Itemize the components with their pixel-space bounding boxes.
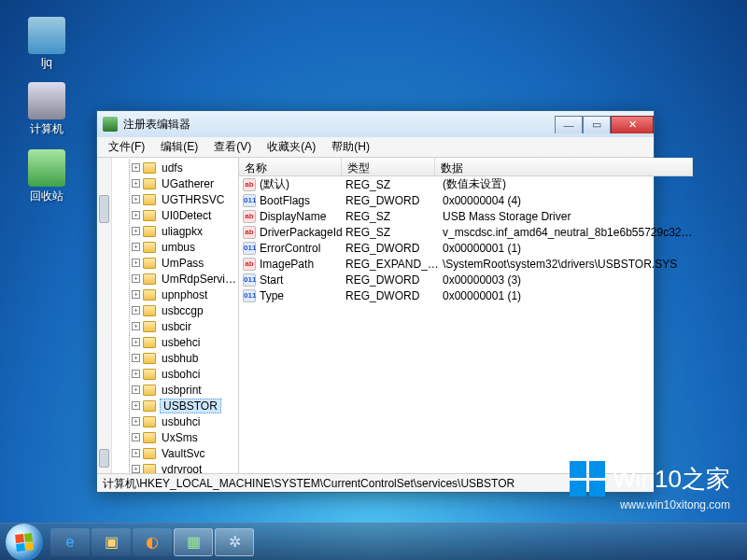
tree-item-label: udfs bbox=[160, 161, 185, 175]
value-row[interactable]: 011TypeREG_DWORD0x00000001 (1) bbox=[239, 287, 693, 303]
taskbar-regedit[interactable]: ▦ bbox=[174, 528, 213, 556]
tree-item[interactable]: +umbus bbox=[132, 239, 238, 255]
expand-icon[interactable]: + bbox=[132, 259, 140, 267]
string-value-icon: ab bbox=[243, 226, 256, 239]
tree-item[interactable]: +usbhub bbox=[132, 350, 238, 366]
tree-item-label: upnphost bbox=[160, 288, 209, 301]
tree-item[interactable]: +UxSms bbox=[132, 429, 238, 445]
expand-icon[interactable]: + bbox=[132, 417, 140, 426]
value-type: REG_DWORD bbox=[345, 194, 439, 207]
expand-icon[interactable]: + bbox=[132, 290, 140, 299]
expand-icon[interactable]: + bbox=[132, 306, 140, 315]
expand-icon[interactable]: + bbox=[132, 227, 140, 235]
tree-item[interactable]: +UmRdpServi… bbox=[132, 271, 238, 287]
registry-editor-window: 注册表编辑器 — ▭ ✕ 文件(F) 编辑(E) 查看(V) 收藏夹(A) 帮助… bbox=[96, 110, 655, 493]
expand-icon[interactable]: + bbox=[132, 370, 140, 378]
expand-icon[interactable]: + bbox=[132, 211, 140, 219]
value-data: (数值未设置) bbox=[439, 176, 693, 192]
expand-icon[interactable]: + bbox=[132, 322, 140, 330]
tree-item[interactable]: +UGTHRSVC bbox=[132, 191, 238, 207]
taskbar-explorer[interactable]: ▣ bbox=[92, 528, 131, 556]
folder-icon bbox=[143, 369, 156, 380]
menu-help[interactable]: 帮助(H) bbox=[324, 137, 377, 157]
tree-item[interactable]: +VaultSvc bbox=[132, 445, 238, 461]
value-list[interactable]: ab(默认)REG_SZ(数值未设置)011BootFlagsREG_DWORD… bbox=[239, 176, 693, 473]
scrollbar-thumb[interactable] bbox=[99, 195, 109, 223]
tree-item[interactable]: +usbcir bbox=[132, 318, 238, 334]
value-row[interactable]: 011ErrorControlREG_DWORD0x00000001 (1) bbox=[239, 240, 693, 256]
expand-icon[interactable]: + bbox=[132, 243, 140, 251]
tree-item[interactable]: +USBSTOR bbox=[132, 398, 238, 413]
expand-icon[interactable]: + bbox=[132, 338, 140, 346]
maximize-button[interactable]: ▭ bbox=[583, 116, 611, 133]
value-name: ImagePath bbox=[260, 258, 345, 271]
tree-item[interactable]: +UGatherer bbox=[132, 175, 238, 191]
desktop-icon-user[interactable]: ljq bbox=[19, 17, 75, 69]
expand-icon[interactable]: + bbox=[132, 179, 140, 188]
expand-icon[interactable]: + bbox=[132, 449, 140, 457]
left-scrollbar[interactable] bbox=[97, 158, 112, 473]
folder-icon bbox=[143, 242, 156, 253]
tree-item-label: usbuhci bbox=[160, 415, 202, 428]
menu-file[interactable]: 文件(F) bbox=[101, 137, 152, 157]
taskbar-ie[interactable]: e bbox=[50, 528, 90, 556]
dword-value-icon: 011 bbox=[243, 194, 256, 207]
tree-item-label: usbhub bbox=[160, 352, 200, 365]
column-type[interactable]: 类型 bbox=[342, 158, 435, 175]
value-row[interactable]: abDriverPackageIdREG_SZv_mscdsc.inf_amd6… bbox=[239, 224, 693, 240]
value-type: REG_SZ bbox=[345, 210, 439, 223]
column-name[interactable]: 名称 bbox=[239, 158, 342, 175]
scrollbar-thumb[interactable] bbox=[99, 449, 109, 468]
tree-item[interactable]: +upnphost bbox=[132, 287, 238, 302]
expand-icon[interactable]: + bbox=[132, 274, 140, 283]
folder-icon bbox=[143, 273, 156, 285]
tree-item-label: UmRdpServi… bbox=[160, 273, 238, 286]
taskbar-mediaplayer[interactable]: ◐ bbox=[133, 528, 172, 556]
start-button[interactable] bbox=[6, 524, 43, 561]
minimize-button[interactable]: — bbox=[555, 116, 583, 133]
expand-icon[interactable]: + bbox=[132, 385, 140, 394]
value-name: DisplayName bbox=[260, 210, 345, 223]
tree-item[interactable]: +usbccgp bbox=[132, 302, 238, 318]
close-button[interactable]: ✕ bbox=[611, 116, 654, 133]
folder-icon bbox=[143, 258, 156, 269]
folder-icon bbox=[143, 162, 156, 174]
desktop-icon-recycle[interactable]: 回收站 bbox=[19, 149, 75, 204]
value-row[interactable]: abImagePathREG_EXPAND_SZ\SystemRoot\syst… bbox=[239, 256, 693, 272]
folder-icon: ▣ bbox=[102, 533, 120, 552]
expand-icon[interactable]: + bbox=[132, 354, 140, 362]
menu-edit[interactable]: 编辑(E) bbox=[153, 137, 205, 157]
titlebar[interactable]: 注册表编辑器 — ▭ ✕ bbox=[97, 111, 654, 137]
tree-item[interactable]: +uliagpkx bbox=[132, 223, 238, 239]
value-row[interactable]: 011StartREG_DWORD0x00000003 (3) bbox=[239, 272, 693, 287]
value-row[interactable]: abDisplayNameREG_SZUSB Mass Storage Driv… bbox=[239, 208, 693, 224]
tree-item[interactable]: +usbprint bbox=[132, 382, 238, 398]
value-row[interactable]: 011BootFlagsREG_DWORD0x00000004 (4) bbox=[239, 192, 693, 208]
tree-item[interactable]: +udfs bbox=[132, 160, 238, 175]
expand-icon[interactable]: + bbox=[132, 195, 140, 203]
tree-item[interactable]: +usbehci bbox=[132, 334, 238, 350]
tree-item-label: usbehci bbox=[160, 336, 202, 349]
folder-icon bbox=[143, 416, 156, 427]
value-row[interactable]: ab(默认)REG_SZ(数值未设置) bbox=[239, 176, 693, 192]
computer-icon bbox=[28, 82, 65, 119]
tree-item[interactable]: +usbuhci bbox=[132, 413, 238, 429]
expand-icon[interactable]: + bbox=[132, 163, 140, 172]
registry-tree[interactable]: +udfs+UGatherer+UGTHRSVC+UI0Detect+uliag… bbox=[112, 158, 238, 473]
desktop-icon-computer[interactable]: 计算机 bbox=[19, 82, 75, 137]
column-data[interactable]: 数据 bbox=[435, 158, 693, 175]
menu-view[interactable]: 查看(V) bbox=[206, 137, 259, 157]
expand-icon[interactable]: + bbox=[132, 465, 140, 473]
user-folder-icon bbox=[28, 17, 65, 54]
windows-flag-icon bbox=[15, 533, 34, 552]
tree-item[interactable]: +usbohci bbox=[132, 366, 238, 382]
menu-favorites[interactable]: 收藏夹(A) bbox=[260, 137, 323, 157]
tree-item[interactable]: +UmPass bbox=[132, 255, 238, 271]
expand-icon[interactable]: + bbox=[132, 433, 140, 441]
taskbar-app[interactable]: ✲ bbox=[215, 528, 254, 556]
tree-item[interactable]: +UI0Detect bbox=[132, 207, 238, 223]
watermark-suffix: 之家 bbox=[682, 465, 730, 493]
regedit-icon bbox=[103, 117, 118, 132]
expand-icon[interactable]: + bbox=[132, 401, 140, 410]
tree-item[interactable]: +vdrvroot bbox=[132, 461, 238, 473]
